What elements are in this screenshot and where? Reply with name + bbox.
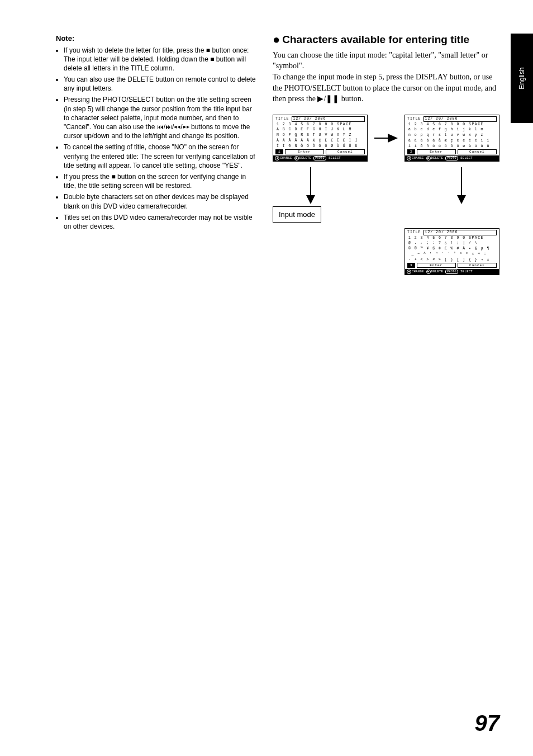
screen-lowercase: TITLE 12/ 20/ 2006 1 2 3 4 5 6 7 8 9 0 S… xyxy=(404,115,499,162)
input-mode-indicator: 3 xyxy=(407,263,415,268)
section-heading: ● Characters available for entering titl… xyxy=(273,34,499,46)
diagram: TITLE 12/ 20/ 2006 1 2 3 4 5 6 7 8 9 0 S… xyxy=(273,115,499,275)
input-mode-indicator: 2 xyxy=(407,149,415,154)
page-number: 97 xyxy=(475,711,500,736)
section-body: You can choose the title input mode: "ca… xyxy=(273,50,499,105)
input-mode-indicator: 1 xyxy=(275,149,283,154)
screen-symbol: TITLE 12/ 20/ 2006 1 2 3 4 5 6 7 8 9 0 S… xyxy=(404,228,499,275)
note-item: Titles set on this DVD video camera/reco… xyxy=(64,213,256,231)
note-item: If you press the ■ button on the screen … xyxy=(64,172,256,190)
note-list: If you wish to delete the letter for tit… xyxy=(56,46,256,231)
bullet-icon: ● xyxy=(273,34,280,46)
note-item: To cancel the setting of title, choose "… xyxy=(64,143,256,170)
right-column: ● Characters available for entering titl… xyxy=(273,34,499,275)
note-item: You can also use the DELETE button on re… xyxy=(64,75,256,93)
note-item: Double byte characters set on other devi… xyxy=(64,192,256,210)
note-heading: Note: xyxy=(56,34,256,44)
note-column: Note: If you wish to delete the letter f… xyxy=(56,34,256,275)
input-mode-label: Input mode xyxy=(273,206,321,223)
arrow-down-icon xyxy=(457,167,466,204)
language-tab: English xyxy=(511,34,533,123)
arrow-down-icon xyxy=(306,167,315,204)
arrow-right-icon xyxy=(374,134,398,143)
screen-uppercase: TITLE 12/ 20/ 2006 1 2 3 4 5 6 7 8 9 0 S… xyxy=(273,115,368,162)
note-item: If you wish to delete the letter for tit… xyxy=(64,46,256,73)
note-item: Pressing the PHOTO/SELECT button on the … xyxy=(64,95,256,140)
